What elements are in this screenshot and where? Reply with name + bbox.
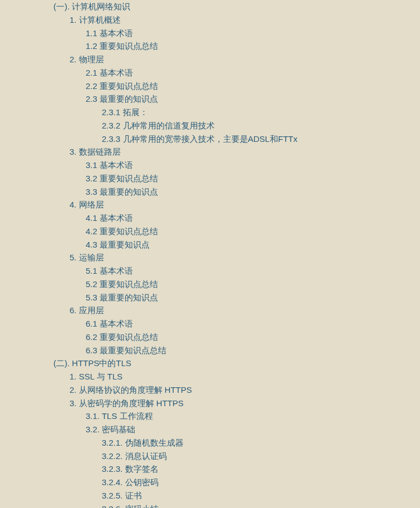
toc-item: 3. 从密码学的角度理解 HTTPS bbox=[53, 397, 420, 410]
toc-link[interactable]: (二). HTTPS中的TLS bbox=[53, 357, 420, 369]
toc-item: 2.3.3 几种常用的宽带接入技术，主要是ADSL和FTTx bbox=[53, 132, 420, 146]
toc-link[interactable]: 3.1. TLS 工作流程 bbox=[86, 410, 420, 422]
toc-link[interactable]: 4.3 最重要知识点 bbox=[86, 239, 420, 251]
toc-link[interactable]: 3.2.1. 伪随机数生成器 bbox=[102, 437, 420, 449]
toc-link[interactable]: 1.2 重要知识点总结 bbox=[86, 40, 420, 52]
toc-item: 3.2.5. 证书 bbox=[53, 489, 420, 502]
toc-item: 3.1 基本术语 bbox=[53, 159, 420, 172]
toc-link[interactable]: 3.2.2. 消息认证码 bbox=[102, 450, 420, 462]
toc-item: 6.1 基本术语 bbox=[53, 317, 420, 331]
toc-link[interactable]: 3. 数据链路层 bbox=[70, 146, 420, 158]
toc-link[interactable]: 3.2.4. 公钥密码 bbox=[102, 476, 420, 489]
toc-link[interactable]: 6. 应用层 bbox=[70, 304, 420, 317]
toc-item: 3.2.2. 消息认证码 bbox=[53, 450, 420, 463]
toc-link[interactable]: (一). 计算机网络知识 bbox=[53, 1, 420, 13]
toc-link[interactable]: 6.3 最重要知识点总结 bbox=[86, 344, 420, 357]
toc-item: 2.3.2 几种常用的信道复用技术 bbox=[53, 119, 420, 132]
toc-item: 5.1 基本术语 bbox=[53, 264, 420, 278]
toc-item: 3.2.4. 公钥密码 bbox=[53, 476, 420, 489]
toc-item: 2. 从网络协议的角度理解 HTTPS bbox=[53, 383, 420, 397]
toc-link[interactable]: 3.1 基本术语 bbox=[86, 159, 420, 171]
toc-link[interactable]: 5.2 重要知识点总结 bbox=[86, 278, 420, 290]
toc-link[interactable]: 3. 从密码学的角度理解 HTTPS bbox=[70, 397, 420, 410]
toc-item: (二). HTTPS中的TLS bbox=[53, 357, 420, 370]
toc-link[interactable]: 2.3 最重要的知识点 bbox=[86, 93, 420, 105]
toc-item: 6.3 最重要知识点总结 bbox=[53, 344, 420, 357]
toc-item: 2.1 基本术语 bbox=[53, 66, 420, 80]
toc-item: 3.2.3. 数字签名 bbox=[53, 462, 420, 476]
table-of-contents: (一). 计算机网络知识1. 计算机概述1.1 基本术语1.2 重要知识点总结2… bbox=[0, 0, 420, 508]
toc-link[interactable]: 5.3 最重要的知识点 bbox=[86, 292, 420, 304]
toc-link[interactable]: 2.3.2 几种常用的信道复用技术 bbox=[102, 120, 420, 132]
toc-link[interactable]: 6.2 重要知识点总结 bbox=[86, 331, 420, 343]
toc-item: 5.2 重要知识点总结 bbox=[53, 278, 420, 291]
toc-link[interactable]: 6.1 基本术语 bbox=[86, 318, 420, 330]
toc-link[interactable]: 2. 从网络协议的角度理解 HTTPS bbox=[70, 384, 420, 396]
toc-item: 5.3 最重要的知识点 bbox=[53, 291, 420, 304]
toc-link[interactable]: 3.2 重要知识点总结 bbox=[86, 172, 420, 185]
toc-link[interactable]: 5. 运输层 bbox=[70, 251, 420, 264]
toc-link[interactable]: 5.1 基本术语 bbox=[86, 265, 420, 277]
toc-item: 1. SSL 与 TLS bbox=[53, 370, 420, 383]
toc-link[interactable]: 2.3.1 拓展： bbox=[102, 106, 420, 119]
toc-link[interactable]: 1. SSL 与 TLS bbox=[70, 371, 420, 383]
toc-item: 2.2 重要知识点总结 bbox=[53, 80, 420, 93]
toc-item: 4. 网络层 bbox=[53, 198, 420, 211]
toc-item: 1. 计算机概述 bbox=[53, 13, 420, 27]
toc-link[interactable]: 4.2 重要知识点总结 bbox=[86, 225, 420, 238]
toc-item: 4.3 最重要知识点 bbox=[53, 238, 420, 251]
toc-item: 2.3.1 拓展： bbox=[53, 106, 420, 119]
toc-link[interactable]: 3.2.3. 数字签名 bbox=[102, 463, 420, 475]
toc-item: 3.2. 密码基础 bbox=[53, 423, 420, 436]
toc-item: 6. 应用层 bbox=[53, 304, 420, 317]
toc-item: 3.1. TLS 工作流程 bbox=[53, 410, 420, 423]
toc-link[interactable]: 4.1 基本术语 bbox=[86, 212, 420, 224]
toc-item: (一). 计算机网络知识 bbox=[53, 0, 420, 13]
toc-link[interactable]: 3.2.6. 密码小结 bbox=[102, 503, 420, 509]
toc-link[interactable]: 2.2 重要知识点总结 bbox=[86, 80, 420, 92]
toc-item: 4.1 基本术语 bbox=[53, 211, 420, 225]
toc-item: 6.2 重要知识点总结 bbox=[53, 331, 420, 344]
toc-item: 5. 运输层 bbox=[53, 251, 420, 264]
toc-link[interactable]: 3.2.5. 证书 bbox=[102, 490, 420, 502]
toc-item: 3.3 最重要的知识点 bbox=[53, 185, 420, 199]
toc-link[interactable]: 2. 物理层 bbox=[70, 53, 420, 66]
toc-link[interactable]: 4. 网络层 bbox=[70, 199, 420, 211]
toc-item: 1.1 基本术语 bbox=[53, 27, 420, 40]
toc-link[interactable]: 2.1 基本术语 bbox=[86, 67, 420, 79]
toc-item: 1.2 重要知识点总结 bbox=[53, 40, 420, 53]
toc-item: 3.2.6. 密码小结 bbox=[53, 502, 420, 509]
toc-item: 2.3 最重要的知识点 bbox=[53, 92, 420, 106]
toc-link[interactable]: 1.1 基本术语 bbox=[86, 27, 420, 40]
toc-item: 3. 数据链路层 bbox=[53, 145, 420, 159]
toc-item: 2. 物理层 bbox=[53, 53, 420, 66]
toc-link[interactable]: 2.3.3 几种常用的宽带接入技术，主要是ADSL和FTTx bbox=[102, 133, 420, 145]
toc-item: 4.2 重要知识点总结 bbox=[53, 225, 420, 238]
toc-item: 3.2.1. 伪随机数生成器 bbox=[53, 436, 420, 450]
toc-item: 3.2 重要知识点总结 bbox=[53, 172, 420, 185]
toc-link[interactable]: 3.3 最重要的知识点 bbox=[86, 186, 420, 198]
toc-link[interactable]: 1. 计算机概述 bbox=[70, 14, 420, 26]
toc-link[interactable]: 3.2. 密码基础 bbox=[86, 423, 420, 436]
